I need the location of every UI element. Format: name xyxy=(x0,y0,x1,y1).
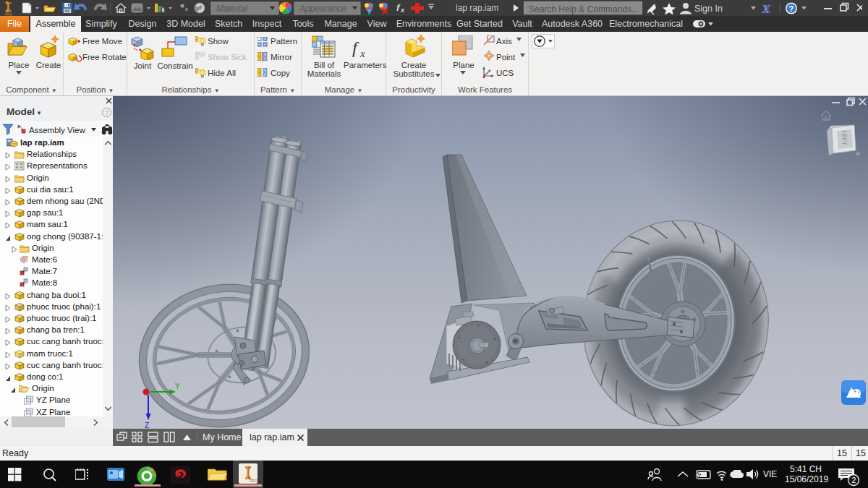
svg-text:PRO: PRO xyxy=(250,479,258,483)
svg-text:2: 2 xyxy=(852,476,856,484)
svg-text:Z: Z xyxy=(145,421,149,429)
svg-text:x: x xyxy=(359,48,365,58)
svg-text:Appearance: Appearance xyxy=(299,4,346,14)
svg-text:Assembly View: Assembly View xyxy=(29,126,85,134)
svg-text:x: x xyxy=(400,7,405,14)
svg-text:Y: Y xyxy=(175,382,180,390)
svg-text:Material: Material xyxy=(216,4,247,14)
svg-text:LEFT: LEFT xyxy=(841,130,848,145)
svg-text:X: X xyxy=(763,2,773,15)
svg-text:Sign In: Sign In xyxy=(694,4,723,14)
svg-text:?: ? xyxy=(105,109,109,116)
svg-text:f: f xyxy=(352,39,359,57)
svg-text:?: ? xyxy=(789,4,794,13)
